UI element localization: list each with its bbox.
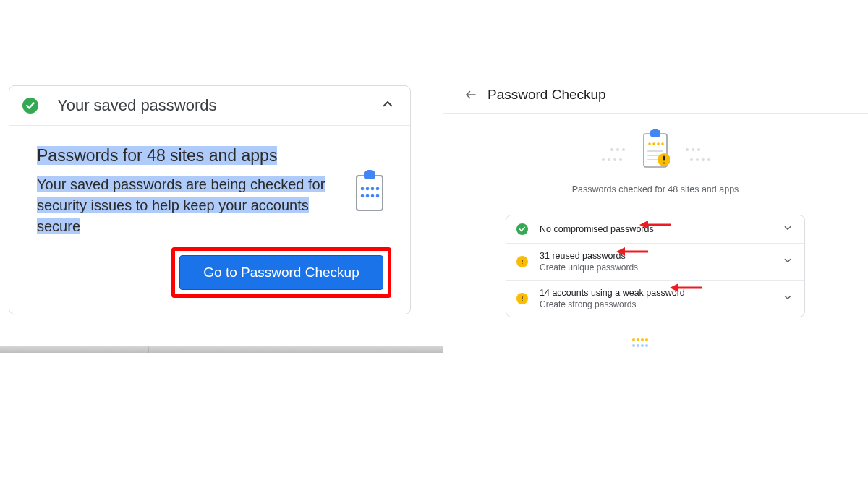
svg-point-23 — [696, 158, 699, 161]
annotation-highlight-box: Go to Password Checkup — [171, 247, 391, 298]
svg-rect-0 — [357, 176, 383, 210]
selection-highlight: Passwords for 48 sites and apps — [37, 146, 277, 165]
svg-point-14 — [622, 148, 625, 151]
hero-graphic — [590, 129, 720, 177]
svg-point-10 — [376, 194, 380, 198]
row-title: 14 accounts using a weak password — [540, 288, 783, 298]
svg-rect-37 — [663, 156, 665, 161]
checkup-results-list: No compromised passwords 31 reused passw… — [506, 215, 805, 317]
svg-point-22 — [690, 158, 693, 161]
card-title: Your saved passwords — [57, 96, 381, 115]
svg-point-30 — [652, 142, 655, 145]
svg-rect-38 — [663, 163, 665, 164]
card-description: Your saved passwords are being checked f… — [37, 174, 332, 237]
page-title: Password Checkup — [488, 87, 606, 103]
svg-point-54 — [637, 344, 639, 347]
result-row-reused[interactable]: 31 reused passwords Create unique passwo… — [506, 243, 804, 280]
window-shadow-strip — [0, 346, 443, 353]
svg-rect-42 — [522, 263, 522, 264]
svg-point-32 — [661, 142, 664, 145]
checked-summary-text: Passwords checked for 48 sites and apps — [572, 184, 739, 194]
chevron-down-icon — [783, 255, 793, 268]
result-row-weak[interactable]: 14 accounts using a weak password Create… — [506, 280, 804, 317]
chevron-up-icon — [381, 98, 394, 114]
svg-rect-28 — [652, 129, 658, 132]
svg-point-31 — [657, 142, 660, 145]
svg-point-7 — [361, 194, 365, 198]
svg-point-20 — [692, 148, 694, 151]
svg-rect-41 — [522, 260, 522, 262]
svg-point-5 — [371, 187, 375, 191]
svg-point-17 — [613, 158, 616, 161]
hero-section: Passwords checked for 48 sites and apps — [443, 114, 868, 205]
svg-point-3 — [361, 187, 365, 191]
clipboard-icon — [352, 170, 387, 213]
clipboard-warning-icon — [641, 129, 670, 174]
go-to-password-checkup-button[interactable]: Go to Password Checkup — [179, 255, 383, 290]
svg-point-24 — [702, 158, 705, 161]
svg-rect-45 — [522, 296, 522, 299]
svg-point-8 — [366, 194, 370, 198]
svg-point-18 — [619, 158, 622, 161]
svg-point-13 — [616, 148, 619, 151]
row-subtitle: Create strong passwords — [540, 299, 783, 309]
row-subtitle: Create unique passwords — [540, 262, 783, 273]
back-arrow-icon[interactable] — [464, 88, 477, 101]
svg-point-51 — [641, 338, 644, 341]
svg-rect-46 — [522, 300, 522, 301]
svg-point-56 — [645, 344, 648, 347]
check-circle-icon — [22, 98, 38, 114]
result-row-compromised[interactable]: No compromised passwords — [506, 215, 804, 243]
status-ok-icon — [516, 223, 528, 235]
svg-point-12 — [610, 148, 613, 151]
password-checkup-page: Password Checkup — [443, 81, 868, 317]
svg-point-53 — [632, 344, 635, 347]
page-header: Password Checkup — [443, 81, 868, 114]
card-body: Passwords for 48 sites and apps Your sav… — [9, 126, 410, 314]
svg-point-50 — [637, 338, 639, 341]
row-title: 31 reused passwords — [540, 251, 783, 261]
card-subtitle: Passwords for 48 sites and apps — [37, 145, 387, 167]
svg-point-49 — [632, 338, 635, 341]
svg-point-16 — [608, 158, 610, 161]
status-warning-icon — [516, 256, 528, 267]
svg-point-19 — [686, 148, 689, 151]
svg-point-25 — [707, 158, 710, 161]
svg-point-55 — [641, 344, 644, 347]
svg-point-15 — [602, 158, 605, 161]
selection-highlight: Your saved passwords are being checked f… — [37, 176, 325, 234]
status-warning-icon — [516, 293, 528, 304]
svg-point-6 — [376, 187, 380, 191]
chevron-down-icon — [783, 292, 793, 305]
svg-point-21 — [697, 148, 700, 151]
svg-point-9 — [371, 194, 375, 198]
svg-point-29 — [648, 142, 651, 145]
svg-point-52 — [645, 338, 648, 341]
svg-rect-2 — [367, 170, 373, 173]
row-title: No compromised passwords — [540, 224, 783, 234]
card-header[interactable]: Your saved passwords — [9, 86, 410, 126]
saved-passwords-card: Your saved passwords Passwords for 48 si… — [9, 85, 411, 314]
chevron-down-icon — [783, 223, 793, 236]
partial-decorative-icon — [629, 335, 651, 348]
svg-point-4 — [366, 187, 370, 191]
